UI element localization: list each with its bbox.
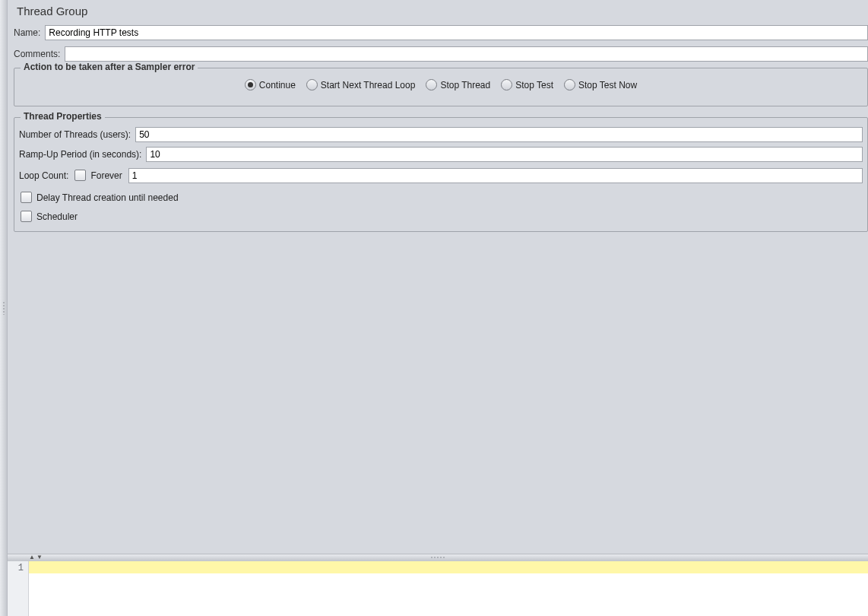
num-threads-input[interactable] [135,127,863,142]
loop-count-input[interactable] [128,168,863,183]
page-title: Thread Group [17,5,868,17]
ramp-up-label: Ramp-Up Period (in seconds): [19,149,141,160]
checkbox-icon [74,170,86,181]
checkbox-icon [21,192,32,203]
ramp-up-row: Ramp-Up Period (in seconds): [19,147,863,162]
comments-row: Comments: [14,46,868,62]
comments-input[interactable] [65,46,868,62]
radio-continue[interactable]: Continue [245,79,296,90]
radio-label: Stop Thread [440,80,490,90]
radio-stop-test-now[interactable]: Stop Test Now [564,79,637,90]
radio-icon [306,79,318,90]
radio-next-loop[interactable]: Start Next Thread Loop [306,79,416,90]
ramp-up-input[interactable] [146,147,863,162]
delay-thread-checkbox[interactable]: Delay Thread creation until needed [21,192,179,203]
grip-icon [2,301,5,315]
thread-group-panel: Thread Group Name: Comments: Action to b… [8,0,868,548]
sampler-error-legend: Action to be taken after a Sampler error [21,62,198,72]
log-gutter: 1 [8,561,29,616]
log-line-number: 1 [8,563,24,573]
name-label: Name: [14,27,40,38]
radio-label: Start Next Thread Loop [321,80,416,90]
scheduler-label: Scheduler [36,211,78,222]
vertical-split-handle[interactable] [0,0,8,616]
forever-checkbox[interactable]: Forever [74,170,122,181]
scheduler-checkbox[interactable]: Scheduler [21,211,78,222]
name-row: Name: [14,25,868,40]
num-threads-row: Number of Threads (users): [19,127,863,142]
radio-label: Stop Test Now [578,80,637,90]
radio-stop-thread[interactable]: Stop Thread [426,79,490,90]
radio-stop-test[interactable]: Stop Test [501,79,553,90]
thread-properties-legend: Thread Properties [21,111,105,122]
loop-count-label: Loop Count: [19,170,68,181]
sampler-error-radios: ContinueStart Next Thread LoopStop Threa… [21,71,861,98]
forever-label: Forever [90,170,122,181]
loop-count-row: Loop Count: Forever [19,167,863,184]
log-content[interactable] [29,561,868,616]
checkbox-icon [21,211,32,222]
radio-icon [426,79,437,90]
log-panel: 1 [8,560,868,616]
comments-label: Comments: [14,49,60,59]
radio-icon [245,79,256,90]
log-current-line [29,561,868,573]
sampler-error-group: Action to be taken after a Sampler error… [14,68,868,106]
radio-label: Stop Test [515,80,553,90]
thread-properties-group: Thread Properties Number of Threads (use… [14,117,868,232]
num-threads-label: Number of Threads (users): [19,129,131,140]
radio-label: Continue [259,80,296,90]
delay-thread-label: Delay Thread creation until needed [36,192,179,203]
radio-icon [564,79,575,90]
name-input[interactable] [45,25,868,40]
radio-icon [501,79,512,90]
split-arrows-icon: ▲▼ [29,554,43,560]
grip-icon [430,557,445,559]
